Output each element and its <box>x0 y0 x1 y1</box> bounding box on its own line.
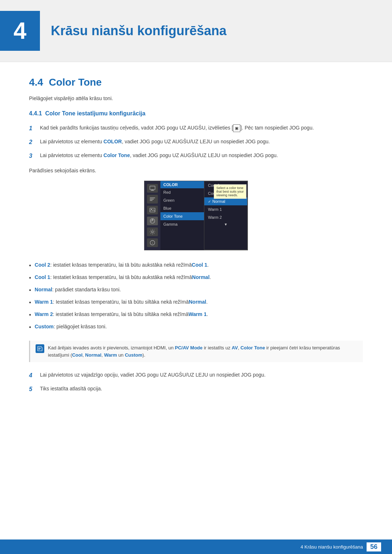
submenu-warm2[interactable]: Warm 2 <box>204 213 247 221</box>
submenu-arrow-down: ▼ <box>204 221 247 227</box>
svg-point-9 <box>151 231 153 233</box>
svg-rect-3 <box>150 198 155 198</box>
settings-icon <box>147 227 158 236</box>
svg-rect-1 <box>151 190 153 190</box>
step-4: 4 Lai pārvietotos uz vajadzīgo opciju, v… <box>29 371 363 380</box>
color-icon <box>147 217 158 225</box>
step-3: 3 Lai pārvietotos uz elementu Color Tone… <box>29 152 363 160</box>
bullet-cool2: Cool 2: iestatiet krāsas temperatūru, la… <box>29 261 363 270</box>
note-icon <box>36 344 44 353</box>
bullet-custom: Custom: pielāgojiet krāsas toni. <box>29 323 363 332</box>
page-footer: 4 Krāsu nianšu konfigurēšana 56 <box>0 539 392 554</box>
main-content: 4.4 Color Tone Pielāgojiet vispārējo att… <box>0 77 392 394</box>
footer-page-number: 56 <box>367 542 381 551</box>
bullet-normal: Normal: parādiet standarta krāsu toni. <box>29 286 363 295</box>
note-box: Kad ārējais ievades avots ir pievienots,… <box>29 341 363 362</box>
note-text: Kad ārējais ievades avots ir pievienots,… <box>48 344 358 358</box>
svg-rect-4 <box>150 199 154 200</box>
brightness-icon <box>147 195 158 204</box>
steps-list: 1 Kad tiek parādīts funkcijas taustiņu c… <box>29 124 363 160</box>
menu-item-green[interactable]: Green <box>160 196 204 204</box>
steps-4-5: 4 Lai pārvietotos uz vajadzīgo opciju, v… <box>29 371 363 394</box>
screen-image: i COLOR Red Green Blue Color Tone Gamma … <box>144 181 248 250</box>
svg-rect-0 <box>150 186 155 190</box>
info-icon: i <box>147 238 158 247</box>
bullet-list: Cool 2: iestatiet krāsas temperatūru, la… <box>29 261 363 332</box>
step-2: 2 Lai pārvietotos uz elementu COLOR, vad… <box>29 138 363 147</box>
step-5: 5 Tiks iestatīta atlasītā opcija. <box>29 385 363 394</box>
section-title: 4.4 Color Tone <box>29 77 363 88</box>
chapter-title: Krāsu nianšu konfigurēšana <box>51 23 226 38</box>
bullet-warm2: Warm 2: iestatiet krāsas temperatūru, la… <box>29 311 363 319</box>
svg-text:i: i <box>152 241 153 245</box>
submenu-warm1[interactable]: Warm 1 <box>204 205 247 213</box>
menu-item-red[interactable]: Red <box>160 188 204 196</box>
section-intro: Pielāgojiet vispārējo attēla krāsu toni. <box>29 95 363 101</box>
svg-rect-2 <box>151 190 154 190</box>
image-icon <box>147 206 158 214</box>
menu-item-blue[interactable]: Blue <box>160 204 204 212</box>
menu-item-gamma[interactable]: Gamma <box>160 220 204 228</box>
bullet-warm1: Warm 1: Iestatiet krāsas temperatūru, la… <box>29 298 363 307</box>
step-1: 1 Kad tiek parādīts funkcijas taustiņu c… <box>29 124 363 133</box>
chapter-number: 4 <box>0 11 40 51</box>
tooltip-box: Select a color tone that best suits your… <box>214 184 246 199</box>
screen-image-container: i COLOR Red Green Blue Color Tone Gamma … <box>29 181 363 250</box>
menu-panel-header: COLOR <box>160 181 204 188</box>
parādīsies-text: Parādīsies sekojošais ekrāns. <box>29 168 363 173</box>
bullet-cool1: Cool 1: Iestatiet krāsas temperatūru, la… <box>29 274 363 282</box>
monitor-icon <box>147 184 158 193</box>
color-menu-panel: COLOR Red Green Blue Color Tone Gamma <box>160 181 204 250</box>
footer-chapter-text: 4 Krāsu nianšu konfigurēšana <box>301 544 363 550</box>
menu-sidebar: i <box>144 181 160 250</box>
svg-rect-5 <box>150 200 152 201</box>
page-header: 4 Krāsu nianšu konfigurēšana <box>0 0 392 62</box>
svg-rect-6 <box>150 208 155 212</box>
subsection-title: 4.4.1 Color Tone iestatījumu konfigurāci… <box>29 110 363 117</box>
menu-item-color-tone[interactable]: Color Tone <box>160 212 204 220</box>
